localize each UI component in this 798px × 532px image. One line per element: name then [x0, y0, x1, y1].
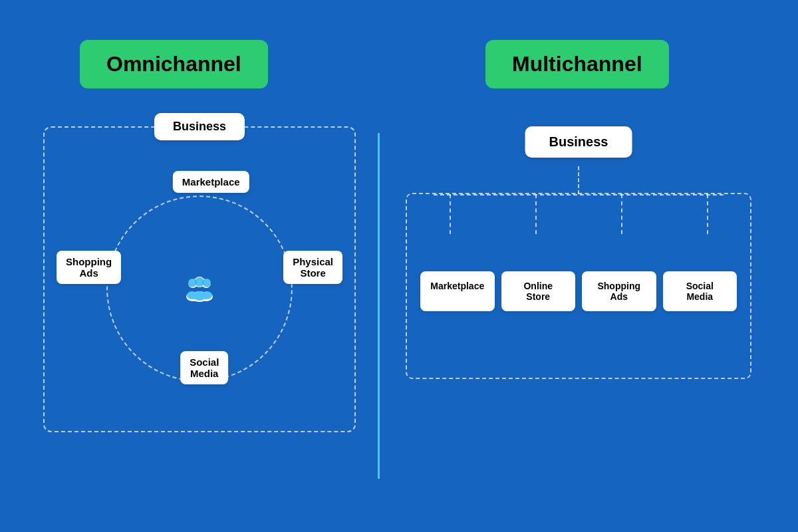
svg-point-11: [193, 291, 206, 301]
multi-vert-line-3: [621, 194, 622, 234]
multi-vert-line-1: [450, 194, 451, 234]
omnichannel-diagram: Business: [43, 126, 356, 432]
multi-vert-line-2: [535, 194, 537, 234]
omni-physical-store-node: PhysicalStore: [283, 251, 342, 284]
multi-vert-line-4: [707, 194, 708, 234]
multi-horizontal-connector: [434, 194, 724, 196]
multi-online-store-node: OnlineStore: [501, 271, 576, 311]
multi-rect: Marketplace OnlineStore ShoppingAds Soci…: [406, 193, 751, 379]
multichannel-label: Multichannel: [485, 40, 669, 88]
omnichannel-label: Omnichannel: [80, 40, 268, 88]
multi-vertical-connector: [578, 166, 579, 194]
multi-marketplace-node: Marketplace: [420, 271, 495, 311]
omni-marketplace-node: Marketplace: [173, 171, 249, 193]
omni-center-icon: [173, 262, 226, 315]
multi-business-box: Business: [525, 126, 632, 158]
omni-business-box: Business: [154, 113, 245, 140]
multi-shopping-ads-node: ShoppingAds: [582, 271, 656, 311]
omni-social-media-node: SocialMedia: [180, 351, 228, 384]
multichannel-diagram: Business Marketplace OnlineStore Shoppin…: [399, 126, 758, 432]
omni-shopping-ads-node: ShoppingAds: [57, 251, 121, 284]
people-icon: [182, 271, 217, 306]
multi-social-media-node: SocialMedia: [663, 271, 737, 311]
section-divider: [378, 133, 380, 479]
multi-channels-row: Marketplace OnlineStore ShoppingAds Soci…: [420, 271, 737, 311]
